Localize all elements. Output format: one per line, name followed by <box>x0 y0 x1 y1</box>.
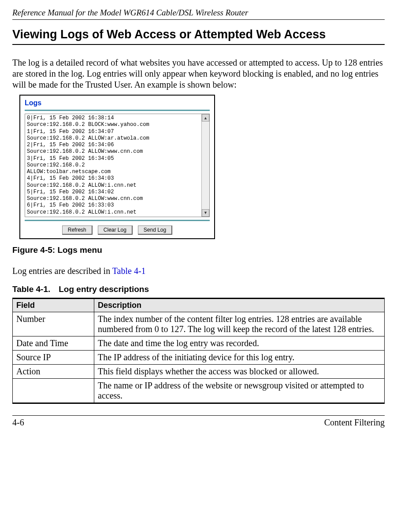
th-field: Field <box>13 298 94 312</box>
table-row: The name or IP address of the website or… <box>13 378 385 403</box>
cell-field <box>13 378 94 403</box>
logs-panel-title: Logs <box>23 98 211 109</box>
clear-log-button[interactable]: Clear Log <box>98 225 133 235</box>
table-row: Action This field displays whether the a… <box>13 364 385 378</box>
th-description: Description <box>94 298 385 312</box>
table-ref-text: Log entries are described in <box>12 266 112 276</box>
table-row: Date and Time The date and time the log … <box>13 336 385 350</box>
table-row: Source IP The IP address of the initiati… <box>13 350 385 364</box>
cell-field: Date and Time <box>13 336 94 350</box>
log-textarea[interactable]: 0|Fri, 15 Feb 2002 16:38:14 Source:192.1… <box>25 114 210 217</box>
scroll-up-icon[interactable]: ▲ <box>202 114 209 122</box>
table-ref-paragraph: Log entries are described in Table 4-1 <box>12 266 385 277</box>
running-header: Reference Manual for the Model WGR614 Ca… <box>12 8 385 20</box>
page-number: 4-6 <box>12 417 24 428</box>
cell-desc: The IP address of the initiating device … <box>94 350 385 364</box>
cell-field: Action <box>13 364 94 378</box>
refresh-button[interactable]: Refresh <box>62 225 93 235</box>
cell-field: Source IP <box>13 350 94 364</box>
cell-desc: This field displays whether the access w… <box>94 364 385 378</box>
scrollbar[interactable]: ▲ ▼ <box>201 114 209 217</box>
divider <box>25 220 210 221</box>
log-entry-table: Field Description Number The index numbe… <box>12 298 385 404</box>
table-ref-link[interactable]: Table 4-1 <box>112 266 146 276</box>
table-caption: Table 4-1. Log entry descriptions <box>12 284 385 294</box>
page-footer: 4-6 Content Filtering <box>12 415 385 428</box>
cell-desc: The index number of the content filter l… <box>94 312 385 336</box>
figure-caption: Figure 4-5: Logs menu <box>12 245 385 255</box>
divider <box>25 110 210 111</box>
cell-field: Number <box>13 312 94 336</box>
send-log-button[interactable]: Send Log <box>138 225 172 235</box>
log-content: 0|Fri, 15 Feb 2002 16:38:14 Source:192.1… <box>25 114 201 217</box>
table-row: Number The index number of the content f… <box>13 312 385 336</box>
table-header-row: Field Description <box>13 298 385 312</box>
section-heading: Viewing Logs of Web Access or Attempted … <box>12 28 385 45</box>
cell-desc: The name or IP address of the website or… <box>94 378 385 403</box>
logs-screenshot: Logs 0|Fri, 15 Feb 2002 16:38:14 Source:… <box>19 95 215 239</box>
scroll-down-icon[interactable]: ▼ <box>202 209 209 217</box>
button-row: Refresh Clear Log Send Log <box>23 224 211 235</box>
intro-paragraph: The log is a detailed record of what web… <box>12 57 385 90</box>
chapter-name: Content Filtering <box>324 417 385 428</box>
cell-desc: The date and time the log entry was reco… <box>94 336 385 350</box>
